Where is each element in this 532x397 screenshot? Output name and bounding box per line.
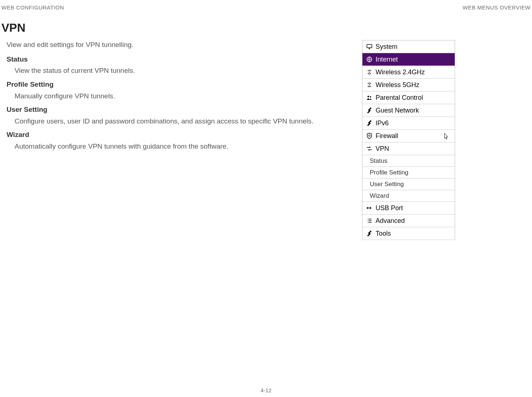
subheading-status: Status [7,55,349,64]
nav-menu: System Internet Wireless 2.4GHz Wireless… [362,40,455,240]
menu-label: Parental Control [374,94,423,102]
menu-label: Tools [374,230,391,237]
people-icon [365,94,374,101]
menu-label: System [374,43,397,51]
svg-point-3 [369,84,370,86]
list-icon [365,217,374,224]
menu-item-firewall[interactable]: Firewall [362,130,455,142]
menu-label: Advanced [374,217,405,225]
tools-icon [365,230,374,237]
menu-label: Firewall [374,132,398,140]
menu-label: Internet [374,56,398,63]
submenu-wizard[interactable]: Wizard [362,190,455,202]
submenu-label: Wizard [370,192,389,200]
arrows-icon [365,145,374,152]
monitor-icon [365,43,374,50]
content-body: View and edit settings for VPN tunnellin… [7,40,349,156]
menu-item-guest[interactable]: Guest Network [362,104,455,117]
menu-label: Guest Network [374,107,419,114]
submenu-label: Status [370,157,387,165]
cursor-icon [442,133,450,141]
svg-point-5 [370,96,371,98]
subheading-user: User Setting [7,105,349,114]
submenu-label: Profile Setting [370,169,408,176]
menu-label: Wireless 5GHz [374,81,419,89]
menu-item-parental[interactable]: Parental Control [362,91,455,104]
menu-item-internet[interactable]: Internet [362,53,455,66]
tools-icon [365,107,374,114]
submenu-label: User Setting [370,181,404,188]
menu-item-advanced[interactable]: Advanced [362,215,455,227]
menu-label: IPv6 [374,119,389,127]
menu-item-wireless24[interactable]: Wireless 2.4GHz [362,66,455,79]
menu-label: VPN [374,145,389,153]
intro-text: View and edit settings for VPN tunnellin… [7,40,349,50]
subheading-wizard: Wizard [7,130,349,139]
menu-item-system[interactable]: System [362,40,455,53]
menu-item-wireless5[interactable]: Wireless 5GHz [362,79,455,91]
svg-point-7 [367,208,368,209]
menu-item-vpn[interactable]: VPN [362,142,455,155]
signal-icon [365,82,374,88]
usb-icon [365,205,374,211]
menu-item-ipv6[interactable]: IPv6 [362,117,455,130]
svg-rect-0 [367,44,372,48]
subheading-profile: Profile Setting [7,80,349,89]
subdesc-wizard: Automatically configure VPN tunnels with… [15,142,349,151]
submenu-profile[interactable]: Profile Setting [362,167,455,178]
menu-label: Wireless 2.4GHz [374,68,425,76]
globe-icon [365,56,374,63]
svg-point-4 [368,96,369,98]
signal-icon [365,69,374,75]
submenu-status[interactable]: Status [362,155,455,167]
header-left: WEB CONFIGURATION [1,4,64,11]
header-right: WEB MENUS OVERVIEW [463,4,531,11]
subdesc-status: View the status of current VPN tunnels. [15,66,349,75]
section-title: VPN [1,21,26,35]
subdesc-profile: Manually configure VPN tunnels. [15,91,349,101]
submenu-user[interactable]: User Setting [362,178,455,190]
menu-label: USB Port [374,204,403,212]
page-number: 4-12 [0,387,532,393]
tools-icon [365,120,374,126]
subdesc-user: Configure users, user ID and password co… [15,117,349,126]
svg-point-2 [369,72,370,73]
svg-point-6 [369,135,370,137]
menu-item-tools[interactable]: Tools [362,227,455,240]
menu-item-usb[interactable]: USB Port [362,202,455,215]
shield-icon [365,133,374,139]
